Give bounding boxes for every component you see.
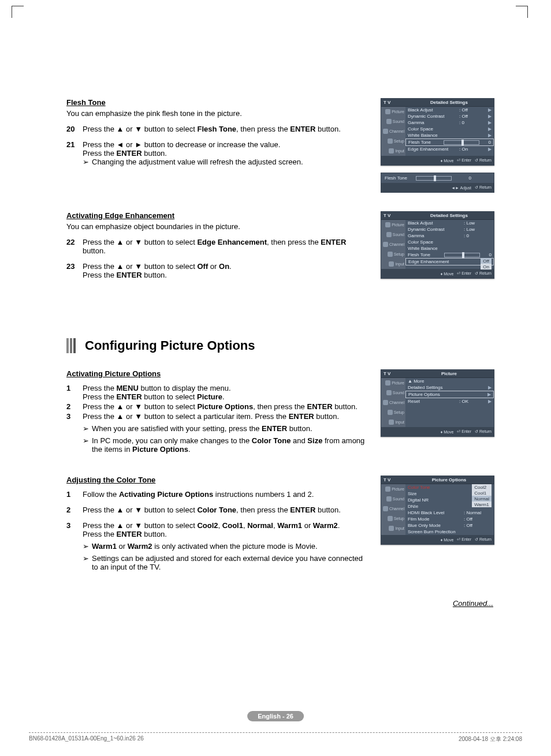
manual-page: Flesh Tone You can emphasize the pink fl… — [0, 0, 551, 756]
step-text: Press the ENTER button. — [83, 149, 369, 158]
osd-sidebar-item[interactable]: Setup — [381, 249, 405, 259]
osd-menu-item[interactable]: Dynamic Contrast: Off▶ — [405, 113, 494, 119]
osd-sidebar-item[interactable]: Channel — [381, 504, 405, 514]
note-arrow-icon: ➢ — [83, 424, 92, 433]
osd-sidebar-item[interactable]: Setup — [381, 136, 405, 146]
step-number: 3 — [66, 412, 83, 457]
slider-thumb[interactable] — [434, 175, 436, 181]
osd-item-label: Gamma — [408, 120, 459, 125]
osd-popup-option[interactable]: Cool1 — [472, 490, 492, 496]
osd-sidebar: PictureSoundChannelSetupInput — [381, 484, 405, 535]
osd-menu-item[interactable]: Flesh Tone0 — [405, 252, 494, 258]
osd-menu-item[interactable]: Color Space▶ — [405, 126, 494, 132]
osd-menu-item[interactable]: Gamma: 0▶ — [405, 119, 494, 126]
osd-menu-item[interactable]: Reset: OK▶ — [405, 398, 494, 405]
osd-sidebar-item[interactable]: Input — [381, 146, 405, 156]
osd-popup-option[interactable]: Warm1 — [472, 501, 492, 507]
osd-popup-option[interactable]: Cool2 — [472, 484, 492, 490]
osd-menu-item[interactable]: Black Adjust: Off▶ — [405, 107, 494, 113]
section-activating-picture-options: Activating Picture Options 1 Press the M… — [66, 369, 493, 464]
osd-menu-item[interactable]: Screen Burn Protection — [405, 529, 494, 535]
osd-popup-option[interactable]: On — [481, 264, 492, 270]
step-text: Press the ◄ or ► button to decrease or i… — [83, 140, 369, 149]
osd-picture-menu: T V Picture PictureSoundChannelSetupInpu… — [381, 369, 494, 437]
osd-menu-item[interactable]: White Balance — [405, 245, 494, 252]
osd-item-value: : Off — [464, 517, 492, 522]
slider-thumb[interactable] — [462, 252, 464, 258]
osd-content: Black Adjust: LowDynamic Contrast: LowGa… — [405, 220, 494, 269]
heading-configuring-picture-options: Configuring Picture Options — [66, 338, 493, 353]
osd-popup-option[interactable]: Off — [481, 258, 492, 264]
step-text: Press the ▲ or ▼ button to select Edge E… — [83, 238, 369, 255]
osd-footer: ♦ Move ⏎ Enter ↺ Return — [381, 427, 494, 436]
subtitle-activating: Activating Picture Options — [66, 369, 369, 378]
osd-sidebar-item[interactable]: Picture — [381, 378, 405, 388]
step-22: 22 Press the ▲ or ▼ button to select Edg… — [66, 238, 369, 255]
osd-item-label: White Balance — [408, 133, 459, 138]
osd-content: Black Adjust: Off▶Dynamic Contrast: Off▶… — [405, 107, 494, 156]
step-3: 3 Press the ▲ or ▼ button to select Cool… — [66, 521, 369, 575]
intro-text: You can emphasize the pink flesh tone in… — [66, 109, 369, 118]
step-23: 23 Press the ▲ or ▼ button to select Off… — [66, 262, 369, 279]
osd-sidebar-item[interactable]: Input — [381, 417, 405, 427]
osd-sidebar-item[interactable]: Picture — [381, 220, 405, 230]
osd-menu-item[interactable]: Flesh Tone0 — [405, 139, 494, 146]
slider-track[interactable] — [416, 176, 452, 181]
osd-picture-options: T V Picture Options PictureSoundChannelS… — [381, 476, 494, 545]
chevron-right-icon: ▶ — [487, 399, 492, 404]
osd-menu-item[interactable]: Gamma: 0 — [405, 233, 494, 239]
osd-menu-item[interactable]: Picture Options▶ — [405, 391, 494, 398]
step-text: Press the MENU button to display the men… — [83, 384, 369, 392]
osd-menu-item[interactable]: Blue Only Mode: Off — [405, 522, 494, 529]
osd-sidebar-item[interactable]: Sound — [381, 388, 405, 398]
osd-item-label: Blue Only Mode — [408, 523, 464, 528]
section-color-tone: Adjusting the Color Tone 1 Follow the Ac… — [66, 476, 493, 582]
osd-menu-item[interactable]: Dynamic Contrast: Low — [405, 226, 494, 233]
osd-sidebar-item[interactable]: Setup — [381, 514, 405, 523]
note-text: Settings can be adjusted and stored for … — [92, 554, 369, 571]
osd-sidebar-item[interactable]: Channel — [381, 126, 405, 136]
footer-move: ♦ Move — [441, 538, 454, 542]
slider-thumb[interactable] — [461, 140, 464, 145]
osd-item-label: Reset — [408, 399, 459, 404]
osd-menu-item[interactable]: Edge Enhancement: On▶ — [405, 146, 494, 152]
osd-sidebar-item[interactable]: Picture — [381, 484, 405, 494]
osd-sidebar-item[interactable]: Channel — [381, 239, 405, 249]
osd-popup[interactable]: Cool2Cool1NormalWarm1 — [472, 484, 492, 507]
slider-value: 0 — [454, 175, 471, 181]
slider-value: 0 — [482, 252, 492, 257]
osd-sidebar-item[interactable]: Setup — [381, 407, 405, 417]
slider-track[interactable] — [444, 140, 479, 145]
osd-menu-item[interactable]: White Balance▶ — [405, 132, 494, 139]
osd-item-value: : Off — [459, 114, 487, 119]
osd-sidebar-item[interactable]: Sound — [381, 230, 405, 239]
osd-menu-item[interactable]: HDMI Black Level: Normal — [405, 510, 494, 516]
chevron-right-icon: ▶ — [487, 107, 492, 113]
osd-item-value: : Off — [459, 107, 487, 113]
osd-sidebar-item[interactable]: Input — [381, 523, 405, 533]
osd-popup[interactable]: OffOn — [481, 258, 492, 270]
osd-sidebar-item[interactable]: Channel — [381, 398, 405, 407]
osd-sidebar-item[interactable]: Picture — [381, 107, 405, 117]
chevron-right-icon: ▶ — [486, 392, 491, 397]
osd-menu-item[interactable]: Color Space — [405, 239, 494, 245]
footer-enter: ⏎ Enter — [457, 271, 471, 276]
osd-menu-item[interactable]: Detailed Settings▶ — [405, 384, 494, 391]
osd-menu-item[interactable]: ▲ More — [405, 378, 494, 384]
step-note: ➢ In PC mode, you can only make changes … — [83, 436, 369, 454]
subtitle-edge: Activating Edge Enhancement — [66, 211, 369, 220]
osd-popup-option[interactable]: Normal — [472, 496, 492, 501]
osd-sidebar-item[interactable]: Sound — [381, 494, 405, 504]
osd-sidebar-item[interactable]: Input — [381, 259, 405, 269]
osd-item-value: : Low — [464, 227, 492, 232]
footer-enter: ⏎ Enter — [457, 158, 471, 163]
footer-move: ♦ Move — [441, 430, 454, 434]
osd-sidebar: PictureSoundChannelSetupInput — [381, 220, 405, 269]
step-text: Press the ENTER button to select Picture… — [83, 392, 369, 401]
osd-footer: ♦ Move ⏎ Enter ↺ Return — [381, 156, 494, 165]
osd-item-value: : Normal — [464, 510, 492, 515]
slider-track[interactable] — [444, 253, 480, 257]
osd-menu-item[interactable]: Film Mode: Off — [405, 516, 494, 522]
osd-sidebar-item[interactable]: Sound — [381, 117, 405, 126]
osd-menu-item[interactable]: Black Adjust: Low — [405, 220, 494, 226]
